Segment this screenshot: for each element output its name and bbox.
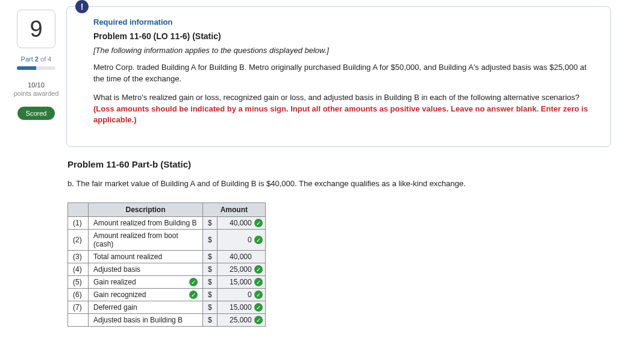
instructions-paragraph: What is Metro's realized gain or loss, r… — [93, 92, 597, 127]
dollar-sign: $ — [203, 230, 218, 251]
row-amount[interactable]: 25,000✓ — [217, 314, 265, 327]
check-icon: ✓ — [254, 278, 263, 286]
points-value: 10/10 — [6, 81, 66, 89]
progress-bar — [17, 66, 55, 70]
alert-icon: ! — [75, 0, 89, 13]
col-description: Description — [89, 203, 203, 217]
row-description: Amount realized from boot (cash) — [89, 230, 203, 251]
dollar-sign: $ — [203, 263, 218, 276]
table-row: (4)Adjusted basis$25,000✓ — [68, 263, 266, 276]
required-heading: Required information — [93, 17, 597, 27]
row-description: Gain recognized✓ — [89, 289, 203, 301]
check-icon: ✓ — [254, 303, 263, 312]
check-icon: ✓ — [189, 278, 198, 286]
col-amount: Amount — [203, 203, 266, 217]
table-row: (1)Amount realized from Building B$40,00… — [68, 217, 266, 230]
points-label: points awarded — [6, 89, 66, 98]
progress-fill — [17, 66, 36, 70]
check-icon: ✓ — [254, 236, 263, 244]
row-description: Amount realized from Building B — [89, 217, 203, 230]
row-index: (5) — [68, 276, 89, 289]
table-header-row: Description Amount — [68, 203, 266, 217]
part-prefix: Part — [21, 55, 33, 63]
row-index: (6) — [68, 289, 89, 301]
table-row: (7)Deferred gain$15,000✓ — [68, 301, 266, 314]
part-of: of — [40, 55, 46, 63]
question-number-box: 9 — [17, 10, 55, 48]
row-amount[interactable]: 25,000✓ — [217, 263, 265, 276]
table-row: Adjusted basis in Building B$25,000✓ — [68, 314, 266, 327]
dollar-sign: $ — [203, 314, 218, 327]
row-description: Adjusted basis in Building B — [89, 314, 203, 327]
dollar-sign: $ — [203, 276, 218, 289]
points-awarded: 10/10 points awarded — [6, 81, 66, 98]
row-description: Gain realized✓ — [89, 276, 203, 289]
row-amount[interactable]: 40,000 — [217, 251, 265, 263]
table-row: (2)Amount realized from boot (cash)$0✓ — [68, 230, 266, 251]
scored-pill[interactable]: Scored — [17, 107, 55, 120]
check-icon: ✓ — [254, 316, 263, 324]
dollar-sign: $ — [203, 301, 218, 314]
row-description: Total amount realized — [89, 251, 203, 263]
row-index: (1) — [68, 217, 89, 230]
part-current: 2 — [35, 55, 39, 63]
instructions-lead: What is Metro's realized gain or loss, r… — [93, 93, 580, 102]
part-b-text: b. The fair market value of Building A a… — [67, 179, 611, 188]
problem-title: Problem 11-60 (LO 11-6) (Static) — [93, 31, 597, 41]
part-total: 4 — [48, 55, 51, 63]
row-index: (4) — [68, 263, 89, 276]
row-index: (3) — [68, 251, 89, 263]
row-amount[interactable]: 40,000✓ — [217, 217, 265, 230]
dollar-sign: $ — [203, 289, 218, 301]
scenario-paragraph: Metro Corp. traded Building A for Buildi… — [93, 62, 597, 85]
check-icon: ✓ — [254, 265, 263, 274]
row-amount[interactable]: 0✓ — [217, 230, 265, 251]
scored-label: Scored — [26, 110, 47, 117]
table-row: (3)Total amount realized$40,000 — [68, 251, 266, 263]
sidebar: 9 Part 2 of 4 10/10 points awarded Score… — [6, 6, 66, 327]
check-icon: ✓ — [254, 290, 263, 299]
dollar-sign: $ — [203, 217, 218, 230]
question-number: 9 — [30, 16, 42, 42]
table-body: (1)Amount realized from Building B$40,00… — [68, 217, 266, 327]
table-row: (5)Gain realized✓$15,000✓ — [68, 276, 266, 289]
row-index: (7) — [68, 301, 89, 314]
row-amount[interactable]: 15,000✓ — [217, 301, 265, 314]
page-root: 9 Part 2 of 4 10/10 points awarded Score… — [6, 6, 611, 327]
required-information-card: ! Required information Problem 11-60 (LO… — [66, 6, 611, 147]
table-corner — [68, 203, 89, 217]
row-description: Deferred gain — [89, 301, 203, 314]
alert-glyph: ! — [81, 2, 84, 11]
applies-note: [The following information applies to th… — [93, 46, 597, 55]
part-b-title: Problem 11-60 Part-b (Static) — [67, 159, 611, 169]
check-icon: ✓ — [189, 290, 198, 299]
row-description: Adjusted basis — [89, 263, 203, 276]
row-index: (2) — [68, 230, 89, 251]
answer-table: Description Amount (1)Amount realized fr… — [67, 202, 266, 327]
check-icon: ✓ — [254, 219, 263, 227]
instructions-red: (Loss amounts should be indicated by a m… — [93, 104, 588, 125]
row-index — [68, 314, 89, 327]
row-amount[interactable]: 15,000✓ — [217, 276, 265, 289]
part-indicator: Part 2 of 4 — [6, 55, 66, 63]
table-row: (6)Gain recognized✓$0✓ — [68, 289, 266, 301]
dollar-sign: $ — [203, 251, 218, 263]
main-content: ! Required information Problem 11-60 (LO… — [66, 6, 611, 327]
row-amount[interactable]: 0✓ — [217, 289, 265, 301]
